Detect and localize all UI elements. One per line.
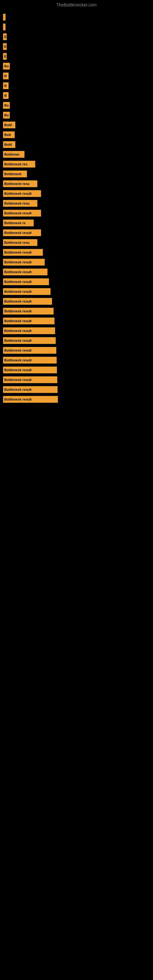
bar-item: E (3, 53, 7, 60)
bar-item: Bottleneck (3, 170, 27, 177)
bar-row: B (3, 81, 153, 90)
bar-item: Bottleneck result (3, 190, 41, 197)
bar-item: Bottleneck result (3, 376, 57, 383)
bar-row: E (3, 52, 153, 60)
bar-item: Bottleneck result (3, 318, 54, 324)
bar-row: Bottleneck result (3, 346, 153, 355)
bar-row: Bottl (3, 140, 153, 149)
bar-row: E (3, 42, 153, 51)
bar-row: Bo (3, 62, 153, 70)
site-title: TheBottlenecker.com (0, 0, 153, 10)
bar-row: Bottleneck result (3, 209, 153, 218)
bar-item: Bottleneck result (3, 308, 54, 315)
bar-item: Bott (3, 131, 15, 138)
bar-row: Bottleneck result (3, 189, 153, 198)
bar-row: Bottleneck resu (3, 199, 153, 208)
bar-row: Bottleneck result (3, 375, 153, 384)
bar-item: E (3, 33, 7, 40)
bar-item: E (3, 43, 7, 50)
bar-item: Bottleneck result (3, 396, 58, 403)
bar-item: Bottleneck result (3, 288, 51, 295)
bar-item: Bottleneck resu (3, 239, 37, 246)
bar-item: Bottlenec (3, 151, 24, 158)
bar-row: Bo (3, 101, 153, 110)
bar-item: Bottleneck result (3, 229, 41, 236)
bar-row: Bottleneck result (3, 356, 153, 364)
bar-item: Bottleneck res (3, 161, 35, 167)
bar-row: Bottleneck result (3, 277, 153, 286)
bar-item: Bottleneck result (3, 298, 52, 305)
bar-item: Bo (3, 112, 10, 119)
bar-item: Bottleneck result (3, 328, 55, 334)
bar-item: Bottleneck result (3, 357, 57, 364)
bar-row: Bottleneck result (3, 385, 153, 394)
bar-row: Bottleneck result (3, 229, 153, 237)
bar-row: Bottleneck result (3, 248, 153, 257)
bar-item: Bottleneck re (3, 220, 33, 226)
bar-row (3, 13, 153, 21)
bar-row: Bottleneck resu (3, 238, 153, 247)
bar-row: B (3, 91, 153, 100)
bar-item: Bottl (3, 122, 15, 128)
bar-row: Bottleneck result (3, 395, 153, 404)
bar-item (3, 14, 5, 21)
bars-container: EEEBoBBBBoBoBottlBottBottlBottlenecBottl… (0, 10, 153, 408)
bar-item: B (3, 83, 9, 89)
bar-row: Bottleneck result (3, 307, 153, 315)
bar-row: Bottleneck result (3, 326, 153, 335)
bar-row: Bottleneck resu (3, 180, 153, 188)
bar-row: Bottleneck result (3, 297, 153, 305)
bar-row (3, 23, 153, 31)
bar-item: Bottleneck result (3, 386, 57, 393)
bar-item: B (3, 73, 9, 79)
bar-item: Bo (3, 63, 10, 70)
bar-row: Bottlenec (3, 150, 153, 159)
bar-item (3, 24, 5, 30)
bar-item: Bottleneck result (3, 259, 45, 266)
bar-row: Bottleneck result (3, 366, 153, 374)
bar-item: Bottl (3, 141, 15, 148)
bar-item: Bottleneck result (3, 367, 57, 373)
bar-item: Bottleneck result (3, 210, 41, 216)
bar-row: Bottleneck result (3, 336, 153, 345)
bar-row: Bott (3, 130, 153, 139)
bar-row: Bottleneck result (3, 317, 153, 325)
bar-row: E (3, 32, 153, 41)
bar-row: Bottl (3, 121, 153, 129)
bar-item: Bottleneck result (3, 278, 49, 285)
bar-row: Bottleneck re (3, 219, 153, 227)
bar-row: Bottleneck result (3, 258, 153, 266)
bar-item: Bottleneck result (3, 269, 48, 275)
bar-item: Bottleneck result (3, 347, 56, 354)
bar-row: Bottleneck result (3, 268, 153, 276)
bar-item: Bottleneck result (3, 337, 56, 344)
bar-row: B (3, 72, 153, 80)
bar-item: Bottleneck result (3, 249, 43, 256)
bar-row: Bottleneck (3, 170, 153, 178)
bar-row: Bottleneck res (3, 160, 153, 169)
bar-row: Bo (3, 111, 153, 119)
bar-item: Bottleneck resu (3, 180, 37, 187)
bar-item: B (3, 92, 9, 99)
bar-item: Bo (3, 102, 10, 109)
bar-row: Bottleneck result (3, 287, 153, 296)
bar-item: Bottleneck resu (3, 200, 37, 207)
